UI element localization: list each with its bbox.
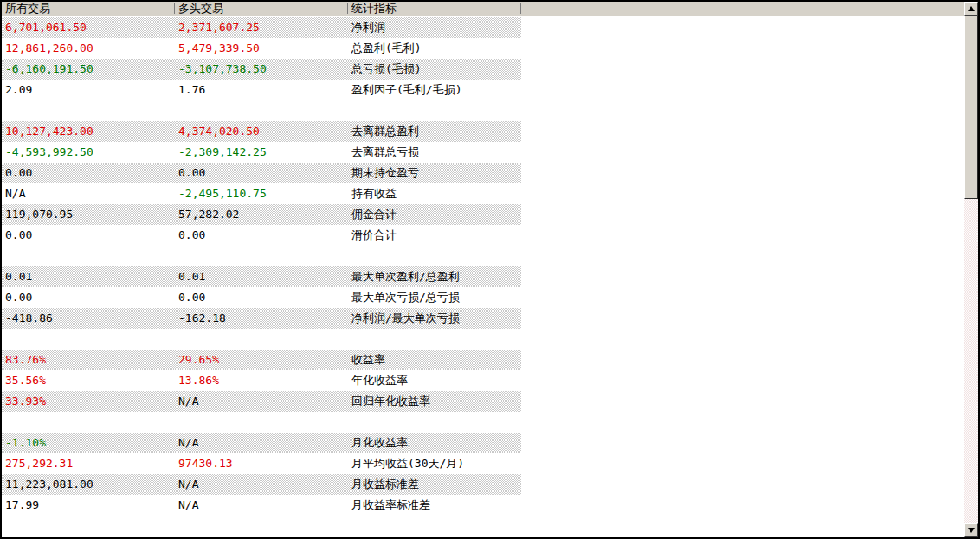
table-row: -418.86-162.18净利润/最大单次亏损 (2, 308, 521, 329)
column-header-statistic-metric[interactable]: 统计指标 (348, 2, 521, 16)
cell-metric: 盈利因子(毛利/毛损) (348, 80, 521, 100)
table-body: 6,701,061.502,371,607.25净利润12,861,260.00… (2, 17, 964, 537)
column-header-all-trades[interactable]: 所有交易 (2, 2, 175, 16)
cell-metric: 年化收益率 (348, 370, 521, 391)
cell-all-trades: -418.86 (2, 308, 175, 329)
vertical-scrollbar[interactable] (964, 2, 978, 537)
table-header: 所有交易 多头交易 统计指标 (2, 2, 964, 16)
cell-all-trades: 0.00 (2, 163, 175, 183)
cell-all-trades: 12,861,260.00 (2, 38, 175, 59)
table-row: 12,861,260.005,479,339.50总盈利(毛利) (2, 38, 521, 59)
column-header-filler (521, 2, 964, 16)
table-row: 275,292.3197430.13月平均收益(30天/月) (2, 453, 521, 474)
table-row-group: 10,127,423.004,374,020.50去离群总盈利-4,593,99… (2, 121, 964, 246)
table-row: 0.010.01最大单次盈利/总盈利 (2, 266, 521, 287)
cell-all-trades: 11,223,081.00 (2, 474, 175, 495)
cell-all-trades: -1.10% (2, 433, 175, 453)
scroll-up-button[interactable] (964, 2, 978, 16)
table-row-group: -1.10%N/A月化收益率275,292.3197430.13月平均收益(30… (2, 433, 964, 516)
cell-metric: 月收益率标准差 (348, 495, 521, 516)
cell-metric: 去离群总亏损 (348, 142, 521, 163)
cell-metric: 净利润 (348, 17, 521, 38)
cell-all-trades: 83.76% (2, 350, 175, 370)
cell-metric: 持有收益 (348, 183, 521, 204)
cell-metric: 月化收益率 (348, 433, 521, 453)
cell-long-trades: 29.65% (175, 350, 348, 370)
up-arrow-icon (968, 6, 975, 11)
scroll-down-button[interactable] (964, 523, 978, 537)
cell-long-trades: 5,479,339.50 (175, 38, 348, 59)
cell-metric: 月收益标准差 (348, 474, 521, 495)
table-row: 119,070.9557,282.02佣金合计 (2, 204, 521, 225)
cell-metric: 净利润/最大单次亏损 (348, 308, 521, 329)
table-row: -1.10%N/A月化收益率 (2, 433, 521, 453)
cell-metric: 滑价合计 (348, 225, 521, 246)
cell-long-trades: N/A (175, 391, 348, 412)
table-row: 2.091.76盈利因子(毛利/毛损) (2, 80, 521, 100)
cell-long-trades: 0.00 (175, 225, 348, 246)
cell-long-trades: 13.86% (175, 370, 348, 391)
table-row: -4,593,992.50-2,309,142.25去离群总亏损 (2, 142, 521, 163)
cell-metric: 期末持仓盈亏 (348, 163, 521, 183)
cell-long-trades: -3,107,738.50 (175, 59, 348, 80)
scroll-thumb[interactable] (964, 16, 978, 199)
cell-metric: 去离群总盈利 (348, 121, 521, 142)
table-row: 17.99N/A月收益率标准差 (2, 495, 521, 516)
table-row: 11,223,081.00N/A月收益标准差 (2, 474, 521, 495)
cell-all-trades: 119,070.95 (2, 204, 175, 225)
cell-long-trades: N/A (175, 495, 348, 516)
cell-all-trades: 35.56% (2, 370, 175, 391)
cell-long-trades: N/A (175, 433, 348, 453)
down-arrow-icon (968, 528, 975, 533)
cell-metric: 最大单次亏损/总亏损 (348, 287, 521, 308)
table-row: 35.56%13.86%年化收益率 (2, 370, 521, 391)
table-row: 83.76%29.65%收益率 (2, 350, 521, 370)
cell-metric: 最大单次盈利/总盈利 (348, 266, 521, 287)
table-row: 0.000.00滑价合计 (2, 225, 521, 246)
cell-metric: 总盈利(毛利) (348, 38, 521, 59)
column-header-long-trades[interactable]: 多头交易 (175, 2, 348, 16)
cell-all-trades: 0.01 (2, 266, 175, 287)
cell-long-trades: 0.00 (175, 163, 348, 183)
cell-long-trades: 0.01 (175, 266, 348, 287)
cell-long-trades: 0.00 (175, 287, 348, 308)
cell-long-trades: 57,282.02 (175, 204, 348, 225)
cell-long-trades: 4,374,020.50 (175, 121, 348, 142)
table-row: N/A-2,495,110.75持有收益 (2, 183, 521, 204)
cell-all-trades: 0.00 (2, 287, 175, 308)
table-row: 6,701,061.502,371,607.25净利润 (2, 17, 521, 38)
cell-long-trades: 97430.13 (175, 453, 348, 474)
backtest-statistics-window: 所有交易 多头交易 统计指标 6,701,061.502,371,607.25净… (0, 0, 980, 539)
cell-all-trades: 10,127,423.00 (2, 121, 175, 142)
cell-all-trades: 2.09 (2, 80, 175, 100)
cell-long-trades: 1.76 (175, 80, 348, 100)
cell-all-trades: N/A (2, 183, 175, 204)
table-row-group: 83.76%29.65%收益率35.56%13.86%年化收益率33.93%N/… (2, 350, 964, 412)
cell-long-trades: 2,371,607.25 (175, 17, 348, 38)
table-row-group: 6,701,061.502,371,607.25净利润12,861,260.00… (2, 17, 964, 100)
table-row-group: 0.010.01最大单次盈利/总盈利0.000.00最大单次亏损/总亏损-418… (2, 266, 964, 329)
table-row: 33.93%N/A回归年化收益率 (2, 391, 521, 412)
cell-all-trades: 0.00 (2, 225, 175, 246)
cell-metric: 总亏损(毛损) (348, 59, 521, 80)
cell-all-trades: 17.99 (2, 495, 175, 516)
cell-all-trades: 6,701,061.50 (2, 17, 175, 38)
cell-long-trades: -2,309,142.25 (175, 142, 348, 163)
cell-all-trades: -6,160,191.50 (2, 59, 175, 80)
table-row: 0.000.00最大单次亏损/总亏损 (2, 287, 521, 308)
table-row: 10,127,423.004,374,020.50去离群总盈利 (2, 121, 521, 142)
cell-all-trades: 33.93% (2, 391, 175, 412)
cell-metric: 回归年化收益率 (348, 391, 521, 412)
table-row: 0.000.00期末持仓盈亏 (2, 163, 521, 183)
cell-all-trades: -4,593,992.50 (2, 142, 175, 163)
cell-metric: 月平均收益(30天/月) (348, 453, 521, 474)
cell-all-trades: 275,292.31 (2, 453, 175, 474)
table-row: -6,160,191.50-3,107,738.50总亏损(毛损) (2, 59, 521, 80)
cell-long-trades: -162.18 (175, 308, 348, 329)
cell-long-trades: -2,495,110.75 (175, 183, 348, 204)
cell-metric: 收益率 (348, 350, 521, 370)
cell-metric: 佣金合计 (348, 204, 521, 225)
cell-long-trades: N/A (175, 474, 348, 495)
